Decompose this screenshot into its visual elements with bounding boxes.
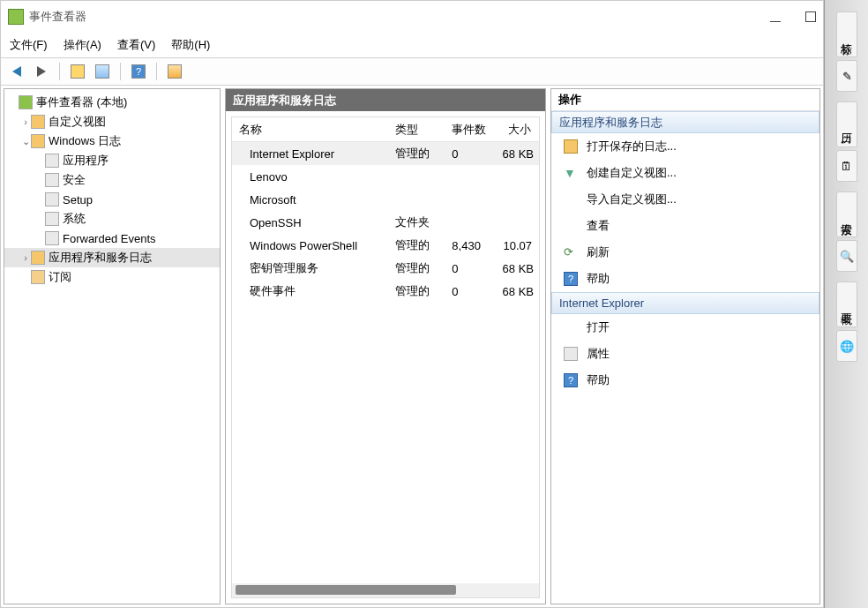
cell-type: 管理的: [388, 260, 445, 276]
blank-icon: [564, 320, 578, 334]
tree-label: 订阅: [49, 269, 71, 285]
side-tab-search-icon[interactable]: 🔍: [836, 240, 857, 272]
pencil-icon: ✎: [840, 70, 853, 83]
cell-name: 硬件事件: [232, 283, 388, 299]
col-size[interactable]: 大小: [496, 122, 539, 138]
show-action-pane-button[interactable]: [164, 61, 185, 82]
cell-count: 0: [445, 285, 495, 298]
minimize-button[interactable]: [770, 11, 781, 22]
viewer-icon: [19, 95, 33, 109]
search-icon: 🔍: [840, 249, 853, 263]
expand-icon[interactable]: ›: [20, 116, 31, 127]
cell-count: 8,430: [445, 239, 495, 252]
refresh-icon: ⟳: [564, 245, 578, 259]
side-tab-search[interactable]: 搜索: [836, 191, 857, 237]
menu-view[interactable]: 查看(V): [117, 37, 155, 53]
side-tab-tags[interactable]: 标签: [836, 11, 857, 57]
list-row[interactable]: OpenSSH文件夹: [232, 211, 539, 234]
cell-size: 68 KB: [496, 285, 539, 298]
scrollbar-thumb[interactable]: [236, 585, 456, 595]
action-refresh[interactable]: ⟳ 刷新: [551, 239, 819, 266]
list-row[interactable]: 硬件事件管理的068 KB: [232, 280, 539, 303]
list-pane: 应用程序和服务日志 名称 类型 事件数 大小 Internet Explorer…: [225, 88, 546, 604]
cell-count: 0: [445, 262, 495, 275]
action-create-custom-view[interactable]: ▼ 创建自定义视图...: [551, 160, 819, 186]
action-label: 打开保存的日志...: [587, 139, 677, 154]
tree-label: Forwarded Events: [63, 232, 156, 245]
action-view[interactable]: 查看: [551, 213, 819, 239]
side-tab-calendar[interactable]: 日历: [836, 101, 857, 147]
tree-app-services-logs[interactable]: › 应用程序和服务日志: [4, 248, 220, 267]
action-import-custom-view[interactable]: 导入自定义视图...: [551, 186, 819, 213]
action-open[interactable]: 打开: [551, 314, 819, 341]
action-open-saved-log[interactable]: 打开保存的日志...: [551, 133, 819, 160]
list-header: 名称 类型 事件数 大小: [232, 117, 539, 142]
tree-label: 安全: [63, 172, 86, 188]
col-count[interactable]: 事件数: [445, 122, 495, 138]
list-row[interactable]: Internet Explorer管理的068 KB: [232, 142, 539, 165]
list-row[interactable]: Windows PowerShell管理的8,43010.07: [232, 234, 539, 257]
log-icon: [45, 192, 59, 206]
cell-name: Windows PowerShell: [232, 239, 388, 252]
tree-custom-views[interactable]: › 自定义视图: [4, 112, 220, 131]
tree-windows-logs[interactable]: ⌄ Windows 日志: [4, 131, 220, 151]
tree-log-forwarded[interactable]: Forwarded Events: [4, 229, 220, 248]
forward-button[interactable]: [31, 61, 52, 82]
tree-log-setup[interactable]: Setup: [4, 190, 220, 209]
filter-icon: ▼: [564, 166, 578, 180]
tree-root[interactable]: 事件查看器 (本地): [4, 93, 220, 112]
tree-pane[interactable]: 事件查看器 (本地) › 自定义视图 ⌄ Windows 日志 应用程序 安全 …: [4, 88, 221, 604]
title-bar: 事件查看器: [1, 1, 823, 33]
side-tab-cal-icon[interactable]: 🗓: [836, 150, 857, 182]
tree-log-system[interactable]: 系统: [4, 209, 220, 229]
show-hide-tree-button[interactable]: [67, 61, 88, 82]
log-icon: [45, 173, 59, 187]
action-properties[interactable]: 属性: [551, 341, 819, 367]
properties-icon: [564, 347, 578, 361]
help-icon: ?: [131, 64, 146, 79]
blank-icon: [564, 192, 578, 206]
action-label: 查看: [587, 218, 610, 234]
cell-size: 68 KB: [496, 262, 539, 275]
side-tab-pencil[interactable]: ✎: [836, 60, 857, 92]
side-panel: 标签 ✎ 日历 🗓 搜索 🔍 概要 🌐: [824, 0, 868, 608]
action-help-2[interactable]: ? 帮助: [551, 367, 819, 394]
menu-file[interactable]: 文件(F): [10, 37, 48, 53]
horizontal-scrollbar[interactable]: [232, 583, 539, 597]
tree-log-application[interactable]: 应用程序: [4, 151, 220, 170]
action-help[interactable]: ? 帮助: [551, 266, 819, 292]
list-row[interactable]: Microsoft: [232, 188, 539, 211]
content-area: 事件查看器 (本地) › 自定义视图 ⌄ Windows 日志 应用程序 安全 …: [1, 86, 823, 607]
arrow-left-icon: [12, 66, 21, 77]
log-icon: [45, 212, 59, 226]
help-button[interactable]: ?: [128, 61, 149, 82]
folder-icon: [31, 134, 45, 148]
help-icon: ?: [564, 373, 578, 387]
col-type[interactable]: 类型: [388, 122, 445, 138]
properties-button[interactable]: [92, 61, 113, 82]
properties-icon: [95, 64, 109, 79]
menu-action[interactable]: 操作(A): [64, 37, 101, 53]
list-row[interactable]: 密钥管理服务管理的068 KB: [232, 257, 539, 280]
maximize-button[interactable]: [805, 11, 816, 22]
expand-icon[interactable]: ›: [20, 252, 31, 263]
side-tab-globe-icon[interactable]: 🌐: [836, 330, 857, 362]
list-row[interactable]: Lenovo: [232, 165, 539, 188]
blank-icon: [564, 219, 578, 233]
tree-root-label: 事件查看器 (本地): [36, 94, 127, 110]
cell-type: 文件夹: [388, 214, 445, 230]
action-pane-title: 操作: [551, 89, 819, 111]
cell-type: 管理的: [388, 237, 445, 253]
action-label: 创建自定义视图...: [587, 165, 677, 181]
side-tab-summary[interactable]: 概要: [836, 281, 857, 327]
tree-subscriptions[interactable]: 订阅: [4, 267, 220, 287]
col-name[interactable]: 名称: [232, 122, 388, 138]
collapse-icon[interactable]: ⌄: [20, 136, 31, 147]
tree-log-security[interactable]: 安全: [4, 170, 220, 190]
menu-help[interactable]: 帮助(H): [171, 37, 210, 53]
back-button[interactable]: [6, 61, 27, 82]
list-body[interactable]: Internet Explorer管理的068 KBLenovoMicrosof…: [232, 142, 539, 583]
tree-label: 系统: [63, 211, 86, 227]
tree-label: 应用程序: [63, 153, 108, 169]
calendar-icon: 🗓: [840, 161, 853, 172]
